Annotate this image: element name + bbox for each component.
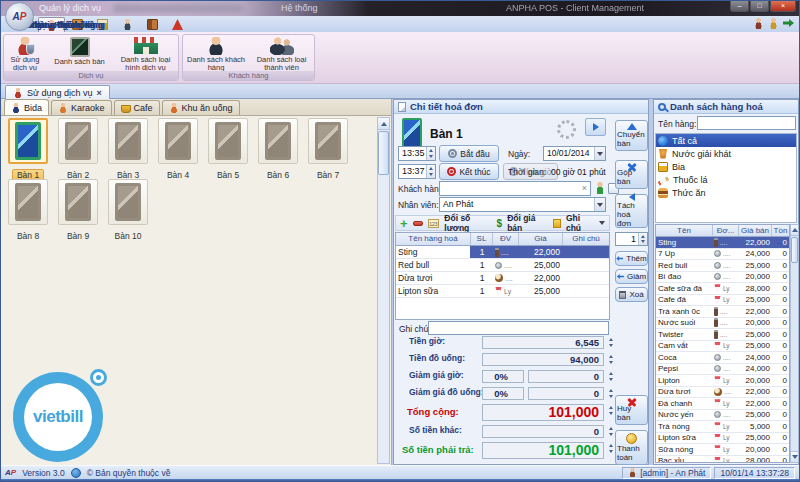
amount-spin-buttons[interactable]	[607, 387, 614, 400]
pay-button[interactable]: Thanh toán	[615, 430, 648, 465]
category-item-beer[interactable]: Bia	[656, 160, 796, 173]
product-row[interactable]: Dừa tươi....22,0000	[656, 387, 789, 399]
forward-button[interactable]	[585, 118, 606, 136]
table-tile[interactable]: Bàn 3	[105, 118, 151, 182]
change-price-button[interactable]: Đổi giá bán	[507, 213, 548, 233]
amount-field[interactable]: 101,000	[482, 442, 604, 459]
column-header[interactable]: Giá bán	[739, 225, 772, 236]
column-header[interactable]: ĐV	[493, 233, 519, 245]
tables-scrollbar[interactable]	[377, 117, 390, 464]
product-row[interactable]: Nước yến....25,0000	[656, 410, 789, 422]
amount-field[interactable]: 94,000	[482, 353, 604, 366]
app-logo[interactable]: AP	[5, 2, 34, 31]
quantity-stepper[interactable]: 1	[615, 232, 648, 246]
product-row[interactable]: Bí đao....20,0000	[656, 272, 789, 284]
table-tile[interactable]: Bàn 6	[255, 118, 301, 182]
customer-input[interactable]: ×	[439, 181, 591, 196]
column-header[interactable]: Ghi chú	[563, 233, 609, 245]
transfer-table-button[interactable]: Chuyển bàn	[615, 120, 648, 151]
table-tile[interactable]: Bàn 8	[5, 179, 51, 243]
table-tile[interactable]: Bàn 5	[205, 118, 251, 182]
product-row[interactable]: LiptonLy20,0000	[656, 375, 789, 387]
tab-dining[interactable]: Khu ăn uống	[162, 100, 240, 115]
scrollbar-thumb[interactable]	[791, 237, 798, 263]
products-scrollbar[interactable]	[790, 224, 799, 463]
product-row[interactable]: Bạc xỉuLy28,0000	[656, 456, 789, 464]
customer-list-button[interactable]: Danh sách khách hàng	[183, 36, 249, 72]
product-search-input[interactable]	[697, 116, 796, 130]
tab-cafe[interactable]: Cafe	[114, 100, 160, 115]
product-row[interactable]: Cam vắtLy25,0000	[656, 341, 789, 353]
column-header[interactable]: Giá	[519, 233, 563, 245]
start-time-spinner[interactable]: 13:35	[398, 146, 436, 161]
table-list-button[interactable]: Danh sách bàn	[46, 36, 113, 72]
product-row[interactable]: Sting....22,0000	[656, 237, 789, 249]
toolbar-overflow-icon[interactable]	[599, 221, 605, 225]
product-row[interactable]: Pepsi....24,0000	[656, 364, 789, 376]
add-button[interactable]: Thêm	[615, 251, 648, 266]
date-picker[interactable]: 10/01/2014	[543, 146, 606, 161]
column-header[interactable]: Tồn ...	[772, 225, 789, 236]
amount-spin-buttons[interactable]	[607, 353, 614, 366]
add-customer-icon[interactable]	[594, 182, 606, 194]
amount-field[interactable]: 0	[482, 425, 604, 438]
table-tile[interactable]: Bàn 10	[105, 179, 151, 243]
product-row[interactable]: Trà nóngLy5,0000	[656, 421, 789, 433]
lock-user-icon[interactable]	[768, 18, 779, 29]
product-row[interactable]: Cafe sữa đáLy28,0000	[656, 283, 789, 295]
scrollbar-thumb[interactable]	[378, 131, 389, 175]
table-tile[interactable]: Bàn 7	[305, 118, 351, 182]
app-menu[interactable]: Quản lý dịch vụ	[39, 3, 101, 13]
reduce-button[interactable]: Giảm	[615, 269, 648, 284]
tab-karaoke[interactable]: Karaoke	[51, 100, 112, 115]
start-button[interactable]: Bắt đầu	[439, 145, 499, 162]
note-button[interactable]: Ghi chú	[566, 213, 594, 233]
column-header[interactable]: Tên hàng hoá	[396, 233, 471, 245]
category-item-drink[interactable]: Nước giải khát	[656, 147, 796, 160]
category-item-all[interactable]: Tất cả	[656, 134, 796, 147]
amount-field[interactable]: 6,545	[482, 336, 604, 349]
amount-spin-buttons[interactable]	[607, 425, 614, 438]
product-row[interactable]: Red bull....25,0000	[656, 260, 789, 272]
maximize-button[interactable]: □	[750, 1, 769, 12]
note-input[interactable]	[428, 321, 609, 335]
table-tile[interactable]: Bàn 2	[55, 118, 101, 182]
amount-spin-buttons[interactable]	[607, 404, 614, 417]
scroll-up-icon[interactable]	[378, 118, 389, 130]
scroll-down-icon[interactable]	[791, 451, 798, 462]
category-item-food[interactable]: Thức ăn	[656, 186, 796, 199]
table-tile[interactable]: Bàn 1	[5, 118, 51, 182]
staff-combobox[interactable]: An Phát	[439, 197, 606, 212]
chevron-down-icon[interactable]	[594, 147, 605, 160]
change-user-icon[interactable]	[753, 18, 764, 29]
service-type-list-button[interactable]: Danh sách loại hình dịch vụ	[113, 36, 178, 72]
end-button[interactable]: Kết thúc	[439, 163, 499, 180]
amount-field[interactable]: 101,000	[482, 404, 604, 421]
use-service-button[interactable]: Sử dụng dịch vụ	[4, 36, 46, 72]
ribbon-tab-system-catalog[interactable]: Danh mục hệ thống	[140, 17, 165, 32]
cancel-table-button[interactable]: Huỷ bàn	[615, 395, 648, 425]
column-header[interactable]: Tên	[656, 225, 713, 236]
logout-icon[interactable]	[783, 18, 794, 28]
end-time-spinner[interactable]: 13:37	[398, 164, 436, 179]
invoice-item-row[interactable]: Dừa tươi1....22,000	[396, 272, 609, 285]
member-type-list-button[interactable]: Danh sách loại thành viên	[249, 36, 314, 72]
merge-table-button[interactable]: Gộp bàn	[615, 160, 648, 189]
tab-bida[interactable]: Bida	[4, 99, 49, 115]
remove-item-icon[interactable]	[413, 221, 423, 226]
amount-spin-buttons[interactable]	[607, 336, 614, 349]
invoice-item-row[interactable]: Sting1....22,000	[396, 246, 609, 259]
product-row[interactable]: Trà xanh 0c....22,0000	[656, 306, 789, 318]
ribbon-tab-user-info[interactable]: Thông tin người dùng	[115, 17, 140, 32]
table-tile[interactable]: Bàn 9	[55, 179, 101, 243]
close-button[interactable]: ×	[770, 1, 796, 12]
column-header[interactable]: SL	[471, 233, 493, 245]
delete-button[interactable]: Xoá	[615, 287, 648, 302]
amount-field[interactable]: 0	[528, 387, 604, 400]
percent-field[interactable]: 0%	[482, 370, 524, 383]
product-row[interactable]: Coca....24,0000	[656, 352, 789, 364]
close-tab-icon[interactable]: ×	[97, 88, 102, 98]
product-row[interactable]: 7 Up....24,0000	[656, 249, 789, 261]
chevron-down-icon[interactable]	[594, 198, 605, 211]
category-item-cigarette[interactable]: Thuốc lá	[656, 173, 796, 186]
